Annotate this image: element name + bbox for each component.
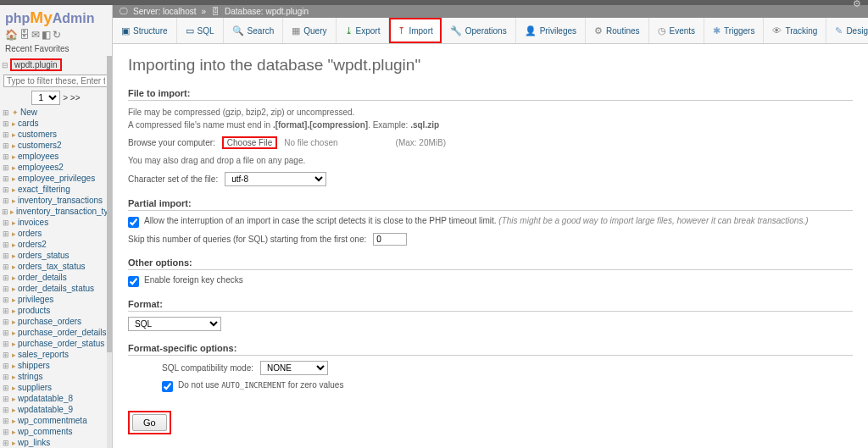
tree-item[interactable]: ⊞▸wp_comments bbox=[2, 426, 112, 437]
settings-gear-icon[interactable]: ⚙ bbox=[853, 0, 861, 9]
expand-icon[interactable]: ⊞ bbox=[2, 119, 10, 128]
expand-icon[interactable]: ⊞ bbox=[2, 252, 10, 260]
collapse-icon[interactable]: ⊟ bbox=[2, 61, 8, 69]
db-selected[interactable]: wpdt.plugin bbox=[10, 58, 62, 71]
tree-item[interactable]: ⊞▸invoices bbox=[2, 217, 112, 228]
tree-item[interactable]: ⊞▸purchase_order_status bbox=[2, 338, 112, 349]
tree-item[interactable]: ⊞▸customers bbox=[2, 129, 112, 140]
tree-item[interactable]: ⊞▸purchase_order_details bbox=[2, 327, 112, 338]
expand-icon[interactable]: ⊞ bbox=[2, 351, 10, 359]
format-select[interactable]: SQL bbox=[128, 317, 221, 331]
go-button[interactable]: Go bbox=[132, 414, 167, 431]
tree-item-label: sales_reports bbox=[18, 350, 69, 359]
expand-icon[interactable]: ⊞ bbox=[2, 417, 10, 425]
tree-item[interactable]: ⊞▸orders_status bbox=[2, 250, 112, 261]
sidebar-subtabs[interactable]: Recent Favorites bbox=[0, 44, 112, 57]
tree-item-label: inventory_transactions bbox=[18, 196, 103, 205]
charset-label: Character set of the file: bbox=[128, 174, 218, 184]
tab-triggers[interactable]: ✱Triggers bbox=[704, 18, 764, 43]
expand-icon[interactable]: ⊞ bbox=[2, 362, 10, 370]
expand-icon[interactable]: ⊞ bbox=[2, 108, 10, 117]
expand-icon[interactable]: ⊞ bbox=[2, 185, 10, 194]
tab-privileges[interactable]: 👤Privileges bbox=[516, 18, 586, 43]
tree-item[interactable]: ⊞▸cards bbox=[2, 118, 112, 129]
tree-item[interactable]: ⊞▸wpdatatable_9 bbox=[2, 404, 112, 415]
autoinc-checkbox[interactable] bbox=[162, 381, 173, 392]
tab-events[interactable]: ◷Events bbox=[649, 18, 705, 43]
tree-item[interactable]: ⊞✦New bbox=[2, 107, 112, 118]
tab-tracking[interactable]: 👁Tracking bbox=[764, 18, 826, 43]
tab-routines[interactable]: ⚙Routines bbox=[586, 18, 648, 43]
expand-icon[interactable]: ⊞ bbox=[2, 263, 10, 271]
tree-item[interactable]: ⊞▸orders bbox=[2, 228, 112, 239]
expand-icon[interactable]: ⊞ bbox=[2, 318, 10, 326]
expand-icon[interactable]: ⊞ bbox=[2, 384, 10, 392]
expand-icon[interactable]: ⊞ bbox=[2, 439, 10, 447]
section-format-specific: Format-specific options: bbox=[128, 343, 853, 356]
tab-structure[interactable]: ▣Structure bbox=[113, 18, 177, 43]
allow-interrupt-checkbox[interactable] bbox=[128, 217, 139, 228]
breadcrumb-server[interactable]: Server: localhost bbox=[133, 7, 196, 16]
expand-icon[interactable]: ⊞ bbox=[2, 274, 10, 282]
tab-export[interactable]: ⤓Export bbox=[337, 18, 390, 43]
expand-icon[interactable]: ⊞ bbox=[2, 218, 10, 227]
choose-file-button[interactable]: Choose File bbox=[222, 136, 277, 149]
expand-icon[interactable]: ⊞ bbox=[2, 141, 10, 150]
compat-select[interactable]: NONE bbox=[260, 361, 328, 375]
tree-item[interactable]: ⊞▸inventory_transaction_types bbox=[2, 206, 112, 217]
expand-icon[interactable]: ⊞ bbox=[2, 340, 10, 348]
tree-item-label: purchase_order_status bbox=[18, 339, 104, 348]
tree-item[interactable]: ⊞▸customers2 bbox=[2, 140, 112, 151]
tree-item[interactable]: ⊞▸employees bbox=[2, 151, 112, 162]
tree-item[interactable]: ⊞▸sales_reports bbox=[2, 349, 112, 360]
skip-input[interactable] bbox=[373, 233, 407, 246]
tree-item[interactable]: ⊞▸wp_links bbox=[2, 437, 112, 448]
tree-item[interactable]: ⊞▸purchase_orders bbox=[2, 316, 112, 327]
expand-icon[interactable]: ⊞ bbox=[2, 152, 10, 161]
expand-icon[interactable]: ⊞ bbox=[2, 196, 10, 205]
sidebar-scrollbar[interactable] bbox=[107, 56, 112, 352]
breadcrumb-db[interactable]: Database: wpdt.plugin bbox=[225, 7, 309, 16]
tab-sql[interactable]: ▭SQL bbox=[177, 18, 224, 43]
expand-icon[interactable]: ⊞ bbox=[2, 329, 10, 337]
expand-icon[interactable]: ⊞ bbox=[2, 373, 10, 381]
page-select[interactable]: 1 bbox=[31, 91, 60, 105]
expand-icon[interactable]: ⊞ bbox=[2, 207, 8, 216]
tree-item[interactable]: ⊞▸exact_filtering bbox=[2, 184, 112, 195]
charset-select[interactable]: utf-8 bbox=[225, 172, 326, 186]
tree-item[interactable]: ⊞▸employees2 bbox=[2, 162, 112, 173]
tree-item[interactable]: ⊞▸order_details bbox=[2, 272, 112, 283]
expand-icon[interactable]: ⊞ bbox=[2, 285, 10, 293]
tree-item[interactable]: ⊞▸orders2 bbox=[2, 239, 112, 250]
fk-checkbox[interactable] bbox=[128, 276, 139, 287]
expand-icon[interactable]: ⊞ bbox=[2, 406, 10, 414]
expand-icon[interactable]: ⊞ bbox=[2, 395, 10, 403]
expand-icon[interactable]: ⊞ bbox=[2, 230, 10, 238]
tree-filter-input[interactable] bbox=[3, 75, 108, 87]
expand-icon[interactable]: ⊞ bbox=[2, 130, 10, 139]
sidebar-icon-row[interactable]: 🏠🗄✉◧↻ bbox=[0, 27, 112, 44]
tree-item[interactable]: ⊞▸products bbox=[2, 305, 112, 316]
tree-item[interactable]: ⊞▸strings bbox=[2, 371, 112, 382]
tree-item[interactable]: ⊞▸suppliers bbox=[2, 382, 112, 393]
expand-icon[interactable]: ⊞ bbox=[2, 307, 10, 315]
tab-designer[interactable]: ✎Designer bbox=[826, 18, 868, 43]
tree-item[interactable]: ⊞▸wpdatatable_8 bbox=[2, 393, 112, 404]
tree-item[interactable]: ⊞▸shippers bbox=[2, 360, 112, 371]
tree-pager[interactable]: 1 > >> bbox=[0, 89, 112, 107]
tab-import[interactable]: ⤒Import bbox=[389, 18, 441, 43]
tree-item[interactable]: ⊞▸order_details_status bbox=[2, 283, 112, 294]
tree-item[interactable]: ⊞▸privileges bbox=[2, 294, 112, 305]
expand-icon[interactable]: ⊞ bbox=[2, 174, 10, 183]
tab-search[interactable]: 🔍Search bbox=[224, 18, 284, 43]
tab-operations[interactable]: 🔧Operations bbox=[442, 18, 516, 43]
expand-icon[interactable]: ⊞ bbox=[2, 163, 10, 172]
tab-query[interactable]: ▦Query bbox=[283, 18, 336, 43]
expand-icon[interactable]: ⊞ bbox=[2, 428, 10, 436]
tree-item[interactable]: ⊞▸wp_commentmeta bbox=[2, 415, 112, 426]
tree-item[interactable]: ⊞▸employee_privileges bbox=[2, 173, 112, 184]
tree-item[interactable]: ⊞▸inventory_transactions bbox=[2, 195, 112, 206]
expand-icon[interactable]: ⊞ bbox=[2, 296, 10, 304]
expand-icon[interactable]: ⊞ bbox=[2, 241, 10, 249]
tree-item[interactable]: ⊞▸orders_tax_status bbox=[2, 261, 112, 272]
